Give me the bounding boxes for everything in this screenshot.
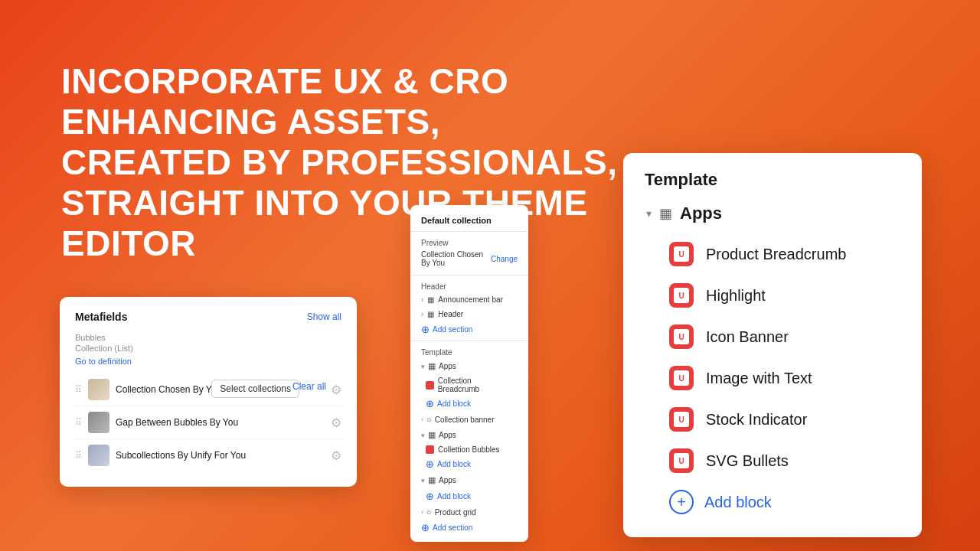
collection-banner-item[interactable]: › ○ Collection banner bbox=[410, 412, 528, 427]
chevron-down-icon: ▾ bbox=[421, 363, 425, 370]
template-panel-title: Template bbox=[645, 170, 900, 190]
product-breadcrumb-label: Product Breadcrumb bbox=[706, 246, 846, 263]
apps-group-2[interactable]: ▾ ▦ Apps bbox=[410, 427, 528, 443]
item-options-icon[interactable]: ⚙ bbox=[331, 416, 341, 430]
add-section-label-2: Add section bbox=[433, 523, 472, 532]
table-row: ⠿ Gap Between Bubbles By You ⚙ bbox=[75, 406, 341, 439]
list-item[interactable]: U SVG Bullets bbox=[645, 441, 900, 481]
add-block-button[interactable]: + Add block bbox=[645, 481, 900, 517]
add-block-circle-icon: + bbox=[669, 490, 694, 514]
collection-breadcrumb-label: Collection Breadcrumb bbox=[438, 377, 513, 393]
apps-chevron-icon[interactable]: ▾ bbox=[646, 207, 652, 220]
add-block-label: Add block bbox=[704, 494, 772, 511]
stock-indicator-label: Stock Indicator bbox=[706, 411, 807, 429]
metafields-show-all-link[interactable]: Show all bbox=[307, 311, 341, 322]
item-thumbnail bbox=[88, 445, 109, 466]
list-item[interactable]: U Icon Banner bbox=[645, 317, 900, 357]
add-block-button-2[interactable]: ⊕ Add block bbox=[410, 456, 528, 472]
add-section-button-1[interactable]: ⊕ Add section bbox=[410, 321, 528, 337]
app-icon-image-with-text: U bbox=[669, 366, 694, 390]
list-item[interactable]: U Image with Text bbox=[645, 358, 900, 398]
item-name: Subcollections By Unify For You bbox=[116, 450, 325, 461]
table-row: ⠿ Subcollections By Unify For You ⚙ bbox=[75, 439, 341, 471]
app-icon-icon-banner: U bbox=[669, 324, 694, 349]
add-block-label-1: Add block bbox=[437, 399, 471, 408]
preview-label: Preview bbox=[410, 235, 528, 249]
apps-section-header: ▾ ▦ Apps bbox=[645, 204, 900, 223]
plus-circle-icon: ⊕ bbox=[426, 491, 434, 502]
apps-icon: ▦ bbox=[428, 475, 436, 485]
app-icon-highlight: U bbox=[669, 283, 694, 308]
collection-icon: ○ bbox=[426, 415, 432, 424]
app-block-icon bbox=[426, 445, 434, 454]
header-section-label: Header bbox=[410, 279, 528, 292]
add-block-button-3[interactable]: ⊕ Add block bbox=[410, 488, 528, 504]
apps-icon: ▦ bbox=[428, 430, 436, 440]
panel-title: Default collection bbox=[410, 216, 528, 228]
item-options-icon[interactable]: ⚙ bbox=[331, 383, 341, 397]
item-options-icon[interactable]: ⚙ bbox=[331, 448, 341, 463]
preview-value: Collection Chosen By You bbox=[421, 250, 491, 267]
app-items-list: U Product Breadcrumb U Highlight U Icon … bbox=[645, 234, 900, 481]
clear-all-button[interactable]: Clear all bbox=[292, 381, 326, 392]
add-block-button-1[interactable]: ⊕ Add block bbox=[410, 396, 528, 412]
main-headline: INCORPORATE UX & CRO ENHANCING ASSETS, C… bbox=[61, 61, 658, 263]
svg-bullets-label: SVG Bullets bbox=[706, 452, 789, 470]
expand-icon: › bbox=[421, 310, 423, 318]
plus-circle-icon: ⊕ bbox=[421, 522, 430, 533]
metafields-title: Metafields bbox=[75, 311, 127, 323]
product-grid-label: Product grid bbox=[435, 508, 476, 517]
collection-breadcrumb-item[interactable]: Collection Breadcrumb bbox=[410, 374, 528, 396]
add-section-label-1: Add section bbox=[433, 325, 472, 334]
collection-banner-label: Collection banner bbox=[435, 416, 495, 424]
drag-handle-icon[interactable]: ⠿ bbox=[75, 417, 82, 428]
select-collections-button[interactable]: Select collections bbox=[211, 380, 299, 398]
announcement-bar-label: Announcement bar bbox=[438, 295, 503, 304]
apps-section-label: Apps bbox=[680, 204, 722, 223]
go-to-definition-link[interactable]: Go to definition bbox=[75, 357, 341, 366]
add-block-label-2: Add block bbox=[437, 460, 471, 468]
chevron-icon: › bbox=[421, 416, 423, 423]
expand-icon: › bbox=[421, 295, 423, 304]
apps-icon: ▦ bbox=[428, 361, 436, 371]
product-grid-item[interactable]: › ○ Product grid bbox=[410, 504, 528, 520]
header-item[interactable]: › ▦ Header bbox=[410, 307, 528, 321]
apps-grid-icon: ▦ bbox=[659, 205, 672, 222]
collection-bubbles-item[interactable]: Collettion Bubbles bbox=[410, 443, 528, 456]
item-thumbnail bbox=[88, 379, 109, 400]
theme-editor-panel: Default collection Preview Collection Ch… bbox=[410, 205, 528, 542]
image-with-text-label: Image with Text bbox=[706, 370, 812, 387]
header-icon: ▦ bbox=[427, 310, 434, 318]
icon-banner-label: Icon Banner bbox=[706, 328, 789, 346]
announcement-bar-item[interactable]: › ▦ Announcement bar bbox=[410, 292, 528, 307]
list-item[interactable]: U Product Breadcrumb bbox=[645, 234, 900, 274]
apps-label-1: Apps bbox=[439, 362, 456, 370]
add-section-button-2[interactable]: ⊕ Add section bbox=[410, 520, 528, 536]
metafields-field-name: Bubbles Collection (List) bbox=[75, 332, 341, 354]
announcement-bar-icon: ▦ bbox=[427, 295, 434, 304]
app-icon-stock-indicator: U bbox=[669, 407, 694, 432]
item-thumbnail bbox=[88, 412, 109, 433]
apps-group-1[interactable]: ▾ ▦ Apps bbox=[410, 358, 528, 374]
apps-label-3: Apps bbox=[439, 476, 456, 484]
list-item[interactable]: U Highlight bbox=[645, 276, 900, 315]
app-icon-product-breadcrumb: U bbox=[669, 242, 694, 266]
app-icon-svg-bullets: U bbox=[669, 448, 694, 473]
apps-group-3[interactable]: ▾ ▦ Apps bbox=[410, 472, 528, 488]
chevron-down-icon: ▾ bbox=[421, 477, 425, 484]
chevron-down-icon: ▾ bbox=[421, 432, 425, 439]
highlight-label: Highlight bbox=[706, 287, 766, 305]
collection-bubbles-label: Collettion Bubbles bbox=[438, 445, 500, 454]
drag-handle-icon[interactable]: ⠿ bbox=[75, 450, 82, 461]
plus-circle-icon: ⊕ bbox=[421, 324, 430, 335]
metafields-card: Metafields Show all Bubbles Collection (… bbox=[60, 297, 357, 487]
plus-circle-icon: ⊕ bbox=[426, 458, 434, 470]
add-block-label-3: Add block bbox=[437, 492, 471, 500]
chevron-icon: › bbox=[421, 508, 423, 516]
plus-circle-icon: ⊕ bbox=[426, 398, 434, 409]
list-item[interactable]: U Stock Indicator bbox=[645, 399, 900, 439]
drag-handle-icon[interactable]: ⠿ bbox=[75, 384, 82, 395]
change-link[interactable]: Change bbox=[491, 255, 518, 263]
apps-label-2: Apps bbox=[439, 431, 456, 439]
plus-icon: + bbox=[677, 494, 686, 510]
